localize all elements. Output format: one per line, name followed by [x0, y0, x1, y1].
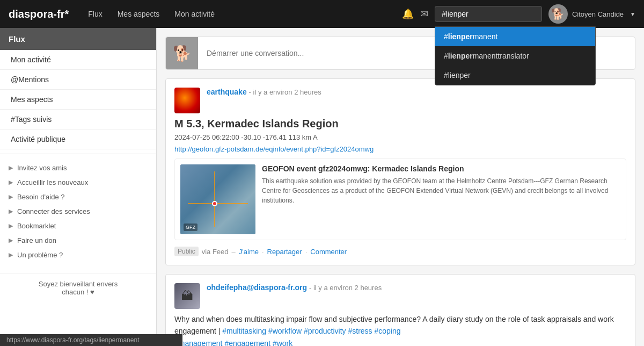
comment-button[interactable]: Commenter: [310, 248, 347, 256]
search-option-label-3: #lienper: [444, 71, 471, 80]
sidebar-item-tags-suivis[interactable]: #Tags suivis: [0, 110, 156, 129]
notifications-icon[interactable]: 🔔: [402, 8, 414, 20]
bookmarklet-link[interactable]: ▶ Bookmarklet: [9, 219, 148, 233]
arrow-icon-6: ▶: [9, 237, 13, 244]
connecter-label: Connecter des services: [17, 207, 90, 215]
separator-3: ·: [305, 248, 308, 256]
username: Citoyen Candide: [572, 10, 624, 18]
post-card-ohdeifepha: 🏔 ohdeifepha@diaspora-fr.org - il y a en…: [165, 274, 635, 346]
search-option-lienpermanent[interactable]: #lienpermanent: [435, 27, 595, 46]
arrow-icon-3: ▶: [9, 193, 13, 200]
sidebar-item-mon-activite[interactable]: Mon activité: [0, 50, 156, 70]
post-author-2[interactable]: ohdeifepha@diaspora-fr.org: [207, 283, 307, 292]
status-bar: https://www.diaspora-fr.org/tags/lienper…: [0, 334, 182, 346]
tag-stress[interactable]: #stress: [348, 327, 372, 335]
search-option-lienper[interactable]: #lienper: [435, 66, 595, 85]
post-via: via Feed: [202, 248, 229, 256]
post-card-earthquake: earthquake - il y a environ 2 heures M 5…: [165, 78, 635, 265]
aide-label: Besoin d'aide ?: [17, 193, 65, 201]
search-wrapper: #lienpermanent #lienpermanenttranslator …: [435, 6, 542, 22]
post-footer-1: Public via Feed – J'aime · Repartager · …: [174, 247, 626, 256]
tag-work[interactable]: #work: [273, 339, 292, 346]
accueillir-label: Accueillir les nouveaux: [17, 178, 88, 186]
post-preview-title-1: GEOFON event gfz2024omwg: Kermadec Islan…: [262, 164, 620, 173]
post-author-1[interactable]: earthquake: [207, 88, 247, 96]
don-link[interactable]: ▶ Faire un don: [9, 233, 148, 248]
post-title-1: M 5.3, Kermadec Islands Region: [174, 118, 626, 130]
brand: diaspora-fr*: [9, 8, 69, 20]
post-header-2: 🏔 ohdeifepha@diaspora-fr.org - il y a en…: [174, 283, 626, 309]
topnav-icons: 🔔 ✉: [402, 8, 428, 20]
sidebar-item-activite-publique[interactable]: Activité publique: [0, 129, 156, 149]
flux-header: Flux: [0, 28, 156, 50]
sidebar: Flux Mon activité @Mentions Mes aspects …: [0, 28, 157, 346]
search-input[interactable]: [435, 6, 542, 22]
tag-productivity[interactable]: #productivity: [304, 327, 346, 335]
connecter-link[interactable]: ▶ Connecter des services: [9, 204, 148, 219]
post-visibility-badge: Public: [174, 247, 199, 256]
search-option-label: #lienpermanent: [444, 32, 497, 41]
mes-aspects-link[interactable]: Mes aspects: [111, 6, 166, 21]
post-preview-text-1: GEOFON event gfz2024omwg: Kermadec Islan…: [262, 164, 620, 234]
post-link-1[interactable]: http://geofon.gfz-potsdam.de/eqinfo/even…: [174, 145, 374, 153]
post-time-2: - il y a environ 2 heures: [309, 284, 382, 292]
status-url: https://www.diaspora-fr.org/tags/lienper…: [6, 336, 139, 344]
post-avatar-2: 🏔: [174, 283, 200, 309]
chevron-down-icon: ▼: [630, 11, 635, 17]
flux-link[interactable]: Flux: [82, 6, 108, 21]
accueillir-link[interactable]: ▶ Accueillir les nouveaux: [9, 175, 148, 190]
tag-engagement[interactable]: #engagement: [224, 339, 270, 346]
probleme-label: Un problème ?: [17, 251, 63, 259]
separator-1: –: [232, 248, 236, 256]
post-preview-image-1: GFZ: [180, 164, 255, 234]
sidebar-footer-text: Soyez bienveillant enverschacun ! ♥: [39, 280, 118, 296]
messages-icon[interactable]: ✉: [420, 8, 428, 20]
search-dropdown: #lienpermanent #lienpermanenttranslator …: [435, 26, 596, 85]
post-body-2: Why and when does multitasking impair fl…: [174, 313, 626, 346]
post-avatar-1: [174, 88, 200, 113]
post-meta-2: ohdeifepha@diaspora-fr.org - il y a envi…: [207, 283, 626, 292]
arrow-icon-5: ▶: [9, 222, 13, 229]
post-subtitle-1: 2024-07-25 06:22:00 -30.10 -176.41 113 k…: [174, 133, 626, 141]
arrow-icon-7: ▶: [9, 251, 13, 258]
post-preview-1: GFZ GEOFON event gfz2024omwg: Kermadec I…: [174, 158, 626, 240]
compose-avatar: 🐕: [166, 37, 198, 69]
aide-link[interactable]: ▶ Besoin d'aide ?: [9, 190, 148, 204]
arrow-icon: ▶: [9, 164, 13, 171]
post-time-1: - il y a environ 2 heures: [249, 88, 321, 96]
invitez-link[interactable]: ▶ Invitez vos amis: [9, 161, 148, 175]
invitez-label: Invitez vos amis: [17, 164, 67, 172]
tag-multitasking[interactable]: #multitasking: [222, 327, 266, 335]
map-label: GFZ: [184, 224, 197, 231]
probleme-link[interactable]: ▶ Un problème ?: [9, 248, 148, 262]
don-label: Faire un don: [17, 236, 56, 244]
user-menu[interactable]: 🐕 Citoyen Candide ▼: [548, 4, 635, 24]
search-option-label-2: #lienpermanenttranslator: [444, 52, 529, 60]
reshare-button[interactable]: Repartager: [267, 248, 302, 256]
mon-activite-link[interactable]: Mon activité: [168, 6, 221, 21]
post-meta-1: earthquake - il y a environ 2 heures: [207, 88, 626, 96]
arrow-icon-4: ▶: [9, 208, 13, 215]
sidebar-item-mes-aspects[interactable]: Mes aspects: [0, 90, 156, 110]
topnav: diaspora-fr* Flux Mes aspects Mon activi…: [0, 0, 644, 28]
sidebar-helpers: ▶ Invitez vos amis ▶ Accueillir les nouv…: [0, 154, 156, 269]
search-option-lienpermanenttranslator[interactable]: #lienpermanenttranslator: [435, 46, 595, 66]
post-header-1: earthquake - il y a environ 2 heures: [174, 88, 626, 113]
sidebar-item-mentions[interactable]: @Mentions: [0, 70, 156, 90]
arrow-icon-2: ▶: [9, 179, 13, 186]
like-button[interactable]: J'aime: [239, 248, 259, 256]
user-avatar: 🐕: [548, 4, 568, 24]
tag-workflow[interactable]: #workflow: [268, 327, 302, 335]
bookmarklet-label: Bookmarklet: [17, 222, 56, 230]
topnav-links: Flux Mes aspects Mon activité: [82, 6, 402, 21]
tag-coping[interactable]: #coping: [375, 327, 401, 335]
map-background: GFZ: [180, 164, 255, 234]
separator-2: ·: [262, 248, 264, 256]
post-preview-desc-1: This earthquake solution was provided by…: [262, 176, 620, 205]
sidebar-footer: Soyez bienveillant enverschacun ! ♥: [0, 273, 156, 302]
